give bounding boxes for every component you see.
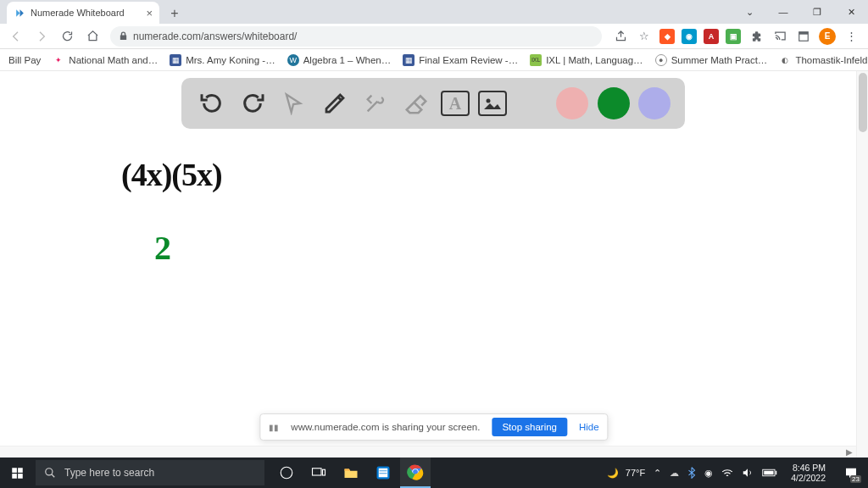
task-view-icon[interactable] (303, 458, 334, 488)
forward-button[interactable] (31, 25, 53, 47)
extensions-icon[interactable] (748, 28, 765, 45)
notifications-icon[interactable]: 23 (839, 461, 863, 485)
tools-icon[interactable] (359, 87, 392, 119)
tray-overflow-icon[interactable]: ⌃ (654, 468, 661, 479)
handwriting-line-2: 2 (154, 228, 171, 268)
bookmark-favicon: IXL (530, 54, 542, 66)
close-window-button[interactable]: ✕ (834, 0, 868, 24)
cast-icon[interactable] (771, 28, 788, 45)
chevron-down-icon[interactable]: ⌄ (732, 0, 766, 24)
browser-tab-bar: Numerade Whiteboard × + ⌄ — ❐ ✕ (0, 0, 868, 24)
bookmark-item[interactable]: ● Summer Math Pract… (655, 54, 768, 66)
battery-icon[interactable] (762, 469, 777, 477)
clock[interactable]: 8:46 PM 4/2/2022 (786, 463, 831, 483)
stop-sharing-button[interactable]: Stop sharing (492, 418, 567, 436)
tab-title: Numerade Whiteboard (31, 8, 125, 18)
screen-share-banner: ▮▮ www.numerade.com is sharing your scre… (259, 413, 608, 441)
bookmark-item[interactable]: W Algebra 1 – When… (287, 54, 392, 66)
svg-rect-10 (323, 469, 326, 475)
search-icon (44, 467, 56, 479)
windows-taskbar: Type here to search 🌙 77°F ⌃ ☁ ◉ (0, 458, 868, 488)
start-button[interactable] (0, 458, 34, 488)
search-placeholder: Type here to search (64, 467, 154, 479)
extension-icon-4[interactable]: ▣ (726, 29, 741, 44)
pointer-tool[interactable] (277, 87, 309, 119)
bookmark-item[interactable]: ▦ Final Exam Review -… (403, 54, 518, 66)
home-button[interactable] (81, 25, 103, 47)
redo-button[interactable] (236, 87, 269, 119)
handwriting-line-1: (4x)(5x) (121, 156, 222, 193)
tab-overview-icon[interactable] (795, 28, 812, 45)
bookmark-favicon: ✦ (53, 54, 64, 66)
svg-rect-1 (799, 31, 809, 34)
chrome-icon[interactable] (400, 458, 431, 488)
hide-banner-button[interactable]: Hide (579, 422, 599, 432)
taskbar-apps (271, 458, 431, 488)
volume-icon[interactable] (742, 467, 754, 479)
back-button[interactable] (5, 25, 27, 47)
browser-tab[interactable]: Numerade Whiteboard × (7, 2, 159, 24)
svg-point-8 (281, 467, 292, 479)
mail-icon[interactable] (368, 458, 398, 488)
star-icon[interactable]: ☆ (636, 28, 653, 45)
bookmark-favicon: W (287, 54, 299, 66)
svg-rect-4 (18, 468, 23, 473)
bookmark-item[interactable]: ▦ Mrs. Amy Koning -… (170, 54, 275, 66)
vertical-scrollbar[interactable] (856, 71, 868, 458)
window-controls: ⌄ — ❐ ✕ (732, 0, 868, 24)
horizontal-scrollbar[interactable]: ▶ (0, 446, 856, 458)
image-tool[interactable] (478, 91, 507, 116)
undo-button[interactable] (196, 87, 228, 119)
pen-tool[interactable] (319, 87, 351, 119)
profile-avatar[interactable]: E (819, 28, 836, 45)
bookmark-favicon: ◐ (779, 54, 791, 66)
whiteboard-canvas[interactable]: A (4x)(5x) 2 ▮▮ www.numerade.com is shar… (0, 71, 868, 458)
share-text: www.numerade.com is sharing your screen. (291, 422, 480, 432)
weather-widget[interactable]: 🌙 77°F (607, 468, 645, 479)
bookmark-item[interactable]: ◐ Thomastik-Infeld C… (779, 54, 868, 66)
text-tool[interactable]: A (441, 91, 470, 116)
svg-rect-12 (379, 469, 388, 478)
svg-rect-3 (12, 468, 17, 473)
onedrive-icon[interactable]: ☁ (670, 468, 679, 479)
bookmark-item[interactable]: Bill Pay (8, 55, 41, 65)
moon-icon: 🌙 (607, 468, 619, 479)
cortana-icon[interactable] (271, 458, 302, 488)
file-explorer-icon[interactable] (336, 458, 366, 488)
extension-icon-1[interactable]: ◆ (659, 29, 675, 44)
url-text: numerade.com/answers/whiteboard/ (133, 30, 297, 42)
svg-rect-17 (776, 471, 777, 475)
extension-icon-2[interactable]: ◉ (682, 29, 697, 44)
color-gray[interactable] (515, 87, 548, 119)
color-lilac[interactable] (638, 87, 670, 119)
svg-point-7 (46, 469, 53, 475)
color-green[interactable] (598, 87, 630, 119)
url-input[interactable]: numerade.com/answers/whiteboard/ (110, 26, 602, 47)
svg-rect-9 (313, 469, 322, 475)
minimize-button[interactable]: — (766, 0, 800, 24)
taskbar-search[interactable]: Type here to search (36, 460, 264, 485)
close-tab-icon[interactable]: × (146, 7, 153, 19)
menu-icon[interactable]: ⋮ (843, 28, 860, 45)
share-icon[interactable] (612, 28, 629, 45)
system-tray: 🌙 77°F ⌃ ☁ ◉ 8:46 PM 4/2/2022 23 (607, 461, 868, 485)
location-icon[interactable]: ◉ (704, 468, 713, 479)
new-tab-button[interactable]: + (164, 3, 185, 24)
bookmark-item[interactable]: IXL IXL | Math, Languag… (530, 54, 643, 66)
bookmark-item[interactable]: ✦ National Math and… (53, 54, 158, 66)
bookmark-favicon: ▦ (403, 54, 415, 66)
bookmarks-bar: Bill Pay ✦ National Math and… ▦ Mrs. Amy… (0, 49, 868, 71)
maximize-button[interactable]: ❐ (800, 0, 834, 24)
svg-rect-6 (18, 474, 23, 479)
pause-icon: ▮▮ (269, 423, 279, 432)
reload-button[interactable] (56, 25, 78, 47)
numerade-favicon (14, 7, 25, 19)
svg-rect-18 (764, 471, 773, 475)
bluetooth-icon[interactable] (687, 467, 696, 479)
extension-icon-3[interactable]: A (704, 29, 719, 44)
wifi-icon[interactable] (721, 468, 733, 478)
eraser-tool[interactable] (400, 87, 432, 119)
color-pink[interactable] (556, 87, 588, 119)
svg-point-2 (487, 99, 491, 103)
address-bar-actions: ☆ ◆ ◉ A ▣ E ⋮ (609, 28, 863, 45)
